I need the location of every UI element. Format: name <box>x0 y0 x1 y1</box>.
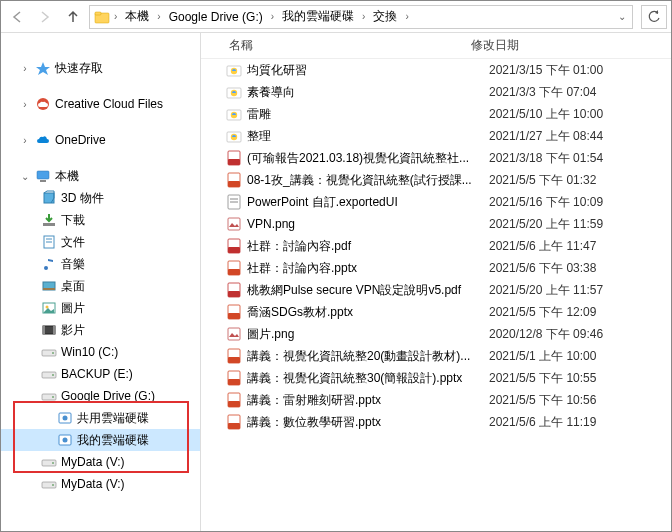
tree-this-pc[interactable]: ⌄本機 <box>1 165 200 187</box>
file-row[interactable]: 整理2021/1/27 上午 08:44 <box>201 125 671 147</box>
chevron-right-icon[interactable]: › <box>269 11 276 22</box>
chevron-right-icon[interactable]: › <box>403 11 410 22</box>
file-type-icon <box>225 194 243 210</box>
file-date: 2021/1/27 上午 08:44 <box>485 128 671 145</box>
column-headers[interactable]: 名稱 修改日期 <box>201 33 671 59</box>
document-icon <box>41 234 57 250</box>
file-row[interactable]: 講義：數位教學研習.pptx2021/5/6 上午 11:19 <box>201 411 671 433</box>
tree-item[interactable]: 下載 <box>1 209 200 231</box>
file-name: 講義：數位教學研習.pptx <box>243 414 485 431</box>
tree-quick-access[interactable]: ›快速存取 <box>1 57 200 79</box>
file-type-icon <box>225 260 243 276</box>
file-row[interactable]: 喬涵SDGs教材.pptx2021/5/5 下午 12:09 <box>201 301 671 323</box>
chevron-right-icon[interactable]: › <box>155 11 162 22</box>
tree-item[interactable]: MyData (V:) <box>1 451 200 473</box>
tree-item-shared-drive[interactable]: 共用雲端硬碟 <box>1 407 200 429</box>
star-icon <box>35 60 51 76</box>
file-row[interactable]: (可瑜報告2021.03.18)視覺化資訊統整社...2021/3/18 下午 … <box>201 147 671 169</box>
file-row[interactable]: 講義：視覺化資訊統整30(簡報設計).pptx2021/5/5 下午 10:55 <box>201 367 671 389</box>
up-button[interactable] <box>61 5 85 29</box>
tree-item-google-drive[interactable]: Google Drive (G:) <box>1 385 200 407</box>
file-date: 2021/3/15 下午 01:00 <box>485 62 671 79</box>
tree-item-my-drive[interactable]: 我的雲端硬碟 <box>1 429 200 451</box>
tree-item[interactable]: 桌面 <box>1 275 200 297</box>
folder-icon <box>94 9 110 25</box>
file-name: 講義：雷射雕刻研習.pptx <box>243 392 485 409</box>
file-name: 講義：視覺化資訊統整30(簡報設計).pptx <box>243 370 485 387</box>
file-date: 2020/12/8 下午 09:46 <box>485 326 671 343</box>
file-date: 2021/5/5 下午 10:56 <box>485 392 671 409</box>
file-row[interactable]: 圖片.png2020/12/8 下午 09:46 <box>201 323 671 345</box>
file-date: 2021/5/5 下午 12:09 <box>485 304 671 321</box>
breadcrumb-item[interactable]: 交換 <box>369 8 401 25</box>
file-row[interactable]: 社群：討論內容.pdf2021/5/6 上午 11:47 <box>201 235 671 257</box>
drive-icon <box>41 454 57 470</box>
column-date[interactable]: 修改日期 <box>467 37 671 54</box>
tree-item[interactable]: MyData (V:) <box>1 473 200 495</box>
file-type-icon <box>225 414 243 430</box>
file-name: 圖片.png <box>243 326 485 343</box>
file-row[interactable]: 雷雕2021/5/10 上午 10:00 <box>201 103 671 125</box>
file-date: 2021/5/5 下午 01:32 <box>485 172 671 189</box>
file-type-icon <box>225 238 243 254</box>
tree-onedrive[interactable]: ›OneDrive <box>1 129 200 151</box>
column-name[interactable]: 名稱 <box>225 37 467 54</box>
file-name: PowerPoint 自訂.exportedUI <box>243 194 485 211</box>
tree-creative-cloud[interactable]: ›Creative Cloud Files <box>1 93 200 115</box>
address-bar[interactable]: › 本機 › Google Drive (G:) › 我的雲端硬碟 › 交換 ›… <box>89 5 633 29</box>
file-row[interactable]: VPN.png2021/5/20 上午 11:59 <box>201 213 671 235</box>
file-date: 2021/5/6 上午 11:19 <box>485 414 671 431</box>
file-name: 雷雕 <box>243 106 485 123</box>
chevron-right-icon[interactable]: › <box>360 11 367 22</box>
file-row[interactable]: 講義：視覺化資訊統整20(動畫設計教材)...2021/5/1 上午 10:00 <box>201 345 671 367</box>
file-row[interactable]: PowerPoint 自訂.exportedUI2021/5/16 下午 10:… <box>201 191 671 213</box>
breadcrumb-item[interactable]: 本機 <box>121 8 153 25</box>
file-date: 2021/5/16 下午 10:09 <box>485 194 671 211</box>
chevron-right-icon[interactable]: › <box>112 11 119 22</box>
file-row[interactable]: 講義：雷射雕刻研習.pptx2021/5/5 下午 10:56 <box>201 389 671 411</box>
file-row[interactable]: 桃教網Pulse secure VPN設定說明v5.pdf2021/5/20 上… <box>201 279 671 301</box>
drive-icon <box>41 388 57 404</box>
file-date: 2021/3/18 下午 01:54 <box>485 150 671 167</box>
tree-item[interactable]: 文件 <box>1 231 200 253</box>
tree-item[interactable]: 影片 <box>1 319 200 341</box>
file-type-icon <box>225 392 243 408</box>
drive-icon <box>41 344 57 360</box>
file-name: 素養導向 <box>243 84 485 101</box>
download-icon <box>41 212 57 228</box>
file-date: 2021/3/3 下午 07:04 <box>485 84 671 101</box>
file-row[interactable]: 08-1孜_講義：視覺化資訊統整(試行授課...2021/5/5 下午 01:3… <box>201 169 671 191</box>
cloud-folder-icon <box>57 410 73 426</box>
tree-item[interactable]: 3D 物件 <box>1 187 200 209</box>
file-row[interactable]: 素養導向2021/3/3 下午 07:04 <box>201 81 671 103</box>
creative-cloud-icon <box>35 96 51 112</box>
forward-button[interactable] <box>33 5 57 29</box>
file-type-icon <box>225 150 243 166</box>
refresh-button[interactable] <box>641 5 667 29</box>
file-type-icon <box>225 172 243 188</box>
file-type-icon <box>225 216 243 232</box>
file-type-icon <box>225 282 243 298</box>
file-type-icon <box>225 106 243 122</box>
file-row[interactable]: 社群：討論內容.pptx2021/5/6 下午 03:38 <box>201 257 671 279</box>
file-type-icon <box>225 128 243 144</box>
video-icon <box>41 322 57 338</box>
file-type-icon <box>225 304 243 320</box>
chevron-down-icon[interactable]: ⌄ <box>616 11 628 22</box>
pc-icon <box>35 168 51 184</box>
file-name: 社群：討論內容.pdf <box>243 238 485 255</box>
breadcrumb-item[interactable]: Google Drive (G:) <box>165 10 267 24</box>
tree-item[interactable]: 圖片 <box>1 297 200 319</box>
breadcrumb-item[interactable]: 我的雲端硬碟 <box>278 8 358 25</box>
picture-icon <box>41 300 57 316</box>
tree-item[interactable]: BACKUP (E:) <box>1 363 200 385</box>
back-button[interactable] <box>5 5 29 29</box>
music-icon <box>41 256 57 272</box>
tree-item[interactable]: Win10 (C:) <box>1 341 200 363</box>
file-name: 桃教網Pulse secure VPN設定說明v5.pdf <box>243 282 485 299</box>
file-row[interactable]: 均質化研習2021/3/15 下午 01:00 <box>201 59 671 81</box>
file-date: 2021/5/20 上午 11:57 <box>485 282 671 299</box>
file-date: 2021/5/6 下午 03:38 <box>485 260 671 277</box>
tree-item[interactable]: 音樂 <box>1 253 200 275</box>
cloud-folder-icon <box>57 432 73 448</box>
